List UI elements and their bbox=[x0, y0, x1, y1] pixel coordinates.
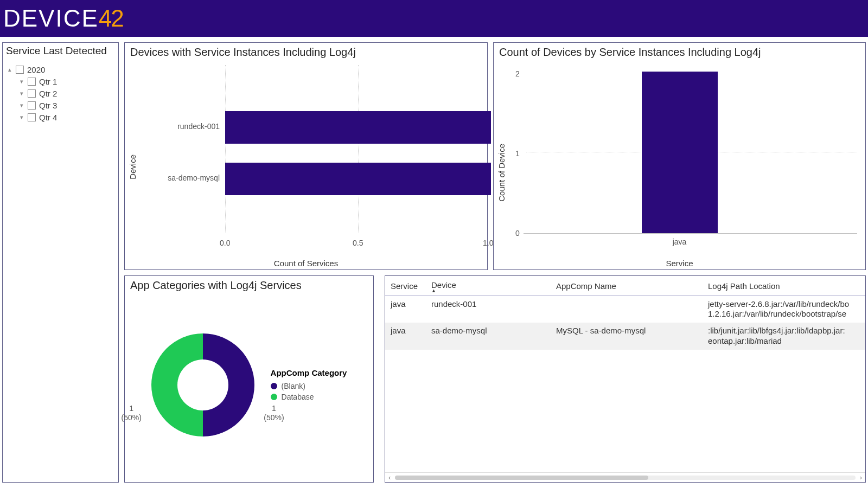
tree-item[interactable]: ▾ Qtr 1 bbox=[5, 76, 116, 88]
legend-item[interactable]: (Blank) bbox=[271, 381, 347, 391]
vbar-tick: 2 bbox=[515, 69, 520, 78]
vbar-tick: 1 bbox=[515, 149, 520, 158]
checkbox[interactable] bbox=[28, 113, 36, 121]
filter-title: Service Last Detected bbox=[3, 43, 118, 60]
tree-item[interactable]: ▾ Qtr 4 bbox=[5, 112, 116, 124]
col-path[interactable]: Log4j Path Location bbox=[703, 276, 865, 296]
vbar-cat: java bbox=[673, 237, 687, 246]
checkbox[interactable] bbox=[28, 101, 36, 110]
count-vbar-panel: Count of Devices by Service Instances In… bbox=[493, 42, 866, 270]
scrollbar-track[interactable] bbox=[395, 476, 855, 480]
table-row[interactable]: java sa-demo-mysql MySQL - sa-demo-mysql… bbox=[385, 323, 865, 350]
hbar-xlabel: Count of Services bbox=[274, 259, 338, 268]
detail-table[interactable]: Service Device▲ AppComp Name Log4j Path … bbox=[385, 276, 865, 350]
hbar-bar[interactable] bbox=[225, 163, 491, 195]
tree-item-label: Qtr 1 bbox=[39, 77, 57, 86]
checkbox[interactable] bbox=[16, 66, 24, 74]
hbar-title: Devices with Service Instances Including… bbox=[125, 43, 487, 60]
scroll-right-icon[interactable]: › bbox=[860, 473, 862, 481]
brand-text: DEVICE bbox=[3, 5, 99, 32]
donut-chart[interactable]: 1(50%) 1(50%) bbox=[151, 333, 254, 436]
vbar-title: Count of Devices by Service Instances In… bbox=[494, 43, 865, 60]
vbar-xlabel: Service bbox=[666, 259, 693, 268]
date-tree: ▴ 2020 ▾ Qtr 1 ▾ Qtr 2 ▾ Qtr 3 ▾ bbox=[3, 60, 118, 128]
horizontal-scrollbar[interactable]: ‹ › bbox=[385, 472, 865, 482]
vbar-tick: 0 bbox=[515, 229, 520, 237]
table-row[interactable]: java rundeck-001 jetty-server-2.6.8.jar:… bbox=[385, 296, 865, 323]
vbar-chart[interactable]: Count of Device 2 1 0 java Service bbox=[494, 60, 865, 270]
vbar-bar[interactable] bbox=[642, 72, 718, 233]
hbar-bar[interactable] bbox=[225, 111, 491, 144]
tree-item[interactable]: ▾ Qtr 2 bbox=[5, 88, 116, 100]
col-appcomp[interactable]: AppComp Name bbox=[551, 276, 703, 296]
donut-panel: App Categories with Log4j Services 1(50%… bbox=[124, 275, 374, 483]
checkbox[interactable] bbox=[28, 78, 36, 86]
hbar-tick: 0.0 bbox=[220, 239, 230, 247]
donut-slice-label: 1(50%) bbox=[264, 404, 284, 422]
legend-title: AppComp Category bbox=[271, 368, 347, 377]
devices-hbar-panel: Devices with Service Instances Including… bbox=[124, 42, 488, 270]
tree-item[interactable]: ▾ Qtr 3 bbox=[5, 100, 116, 112]
legend-label: (Blank) bbox=[282, 382, 305, 390]
hbar-chart[interactable]: Device rundeck-001 sa-demo-mysql 0.0 0.5… bbox=[125, 60, 487, 270]
donut-legend: AppComp Category (Blank) Database bbox=[271, 368, 347, 402]
sort-asc-icon: ▲ bbox=[431, 290, 545, 292]
chevron-down-icon[interactable]: ▾ bbox=[17, 89, 27, 99]
chevron-up-icon[interactable]: ▴ bbox=[5, 65, 15, 75]
chevron-down-icon[interactable]: ▾ bbox=[17, 77, 27, 87]
brand-logo: DEVICE42 bbox=[3, 5, 123, 32]
tree-item-label: Qtr 2 bbox=[39, 89, 57, 98]
hbar-cat: rundeck-001 bbox=[157, 122, 220, 131]
col-device[interactable]: Device▲ bbox=[426, 276, 551, 296]
scroll-left-icon[interactable]: ‹ bbox=[388, 473, 391, 481]
donut-title: App Categories with Log4j Services bbox=[125, 276, 373, 293]
chevron-down-icon[interactable]: ▾ bbox=[17, 113, 27, 123]
legend-item[interactable]: Database bbox=[271, 391, 347, 402]
hbar-tick: 0.5 bbox=[353, 239, 363, 247]
filter-panel: Service Last Detected ▴ 2020 ▾ Qtr 1 ▾ Q… bbox=[2, 42, 119, 483]
chevron-down-icon[interactable]: ▾ bbox=[17, 101, 27, 111]
hbar-cat: sa-demo-mysql bbox=[157, 174, 220, 182]
detail-table-panel: Service Device▲ AppComp Name Log4j Path … bbox=[385, 275, 866, 483]
tree-root-label: 2020 bbox=[27, 65, 45, 74]
hbar-ylabel: Device bbox=[128, 155, 137, 179]
scrollbar-thumb[interactable] bbox=[395, 476, 648, 480]
legend-label: Database bbox=[282, 393, 314, 401]
legend-swatch bbox=[271, 383, 277, 389]
col-service[interactable]: Service bbox=[385, 276, 426, 296]
legend-swatch bbox=[271, 394, 277, 400]
app-header: DEVICE42 bbox=[0, 0, 868, 37]
donut-slice-label: 1(50%) bbox=[122, 404, 142, 422]
tree-root[interactable]: ▴ 2020 bbox=[5, 64, 116, 76]
brand-accent: 42 bbox=[99, 5, 123, 32]
hbar-tick: 1.0 bbox=[483, 239, 493, 247]
tree-item-label: Qtr 3 bbox=[39, 101, 57, 110]
checkbox[interactable] bbox=[28, 89, 36, 98]
vbar-ylabel: Count of Device bbox=[497, 144, 506, 202]
tree-item-label: Qtr 4 bbox=[39, 113, 57, 122]
